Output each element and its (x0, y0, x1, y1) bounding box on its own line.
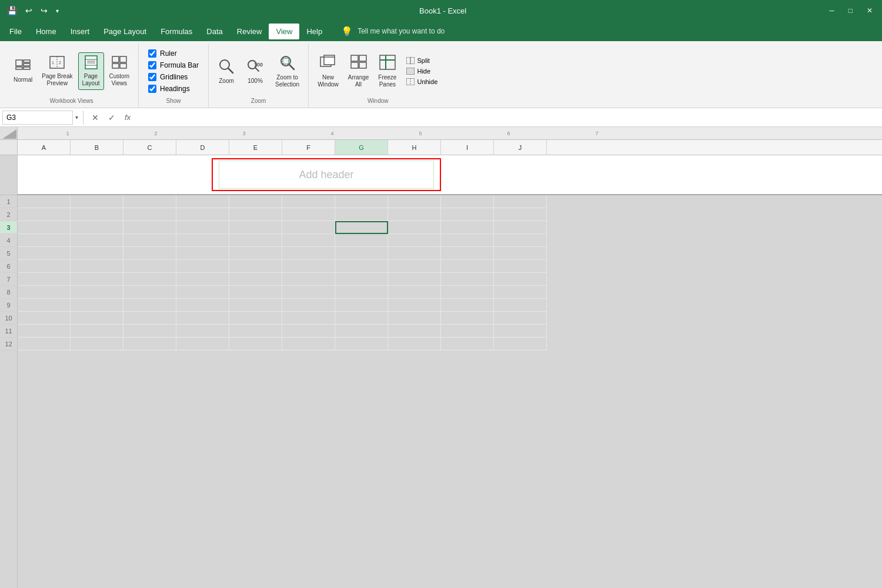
redo-icon[interactable]: ↪ (38, 5, 50, 16)
cell-c5[interactable] (123, 247, 176, 260)
cell-b12[interactable] (71, 338, 123, 350)
cell-h3[interactable] (388, 221, 441, 234)
cell-h4[interactable] (388, 234, 441, 247)
formula-bar-checkbox-label[interactable]: Formula Bar (148, 61, 199, 69)
cell-d11[interactable] (176, 325, 229, 338)
custom-views-button[interactable]: CustomViews (105, 52, 133, 90)
cell-f10[interactable] (282, 312, 335, 325)
minimize-button[interactable]: ─ (824, 6, 839, 15)
cell-h10[interactable] (388, 312, 441, 325)
close-button[interactable]: ✕ (862, 6, 877, 15)
cell-c7[interactable] (123, 273, 176, 286)
insert-function-button[interactable]: fx (121, 112, 134, 123)
cell-c8[interactable] (123, 286, 176, 299)
cell-e10[interactable] (229, 312, 282, 325)
cell-d10[interactable] (176, 312, 229, 325)
cell-j10[interactable] (494, 312, 547, 325)
cell-g11[interactable] (335, 325, 388, 338)
cell-e3[interactable] (229, 221, 282, 234)
cell-c1[interactable] (123, 195, 176, 208)
cell-d1[interactable] (176, 195, 229, 208)
cell-j4[interactable] (494, 234, 547, 247)
menu-review[interactable]: Review (230, 24, 269, 39)
cell-i1[interactable] (441, 195, 494, 208)
arrange-all-button[interactable]: ArrangeAll (344, 51, 373, 91)
cell-f5[interactable] (282, 247, 335, 260)
header-left[interactable] (18, 155, 212, 194)
freeze-panes-button[interactable]: FreezePanes (374, 51, 400, 91)
cell-b3[interactable] (71, 221, 123, 234)
cell-h8[interactable] (388, 286, 441, 299)
cell-g10[interactable] (335, 312, 388, 325)
unhide-button[interactable]: Unhide (404, 77, 440, 86)
gridlines-checkbox-label[interactable]: Gridlines (148, 73, 199, 81)
cell-f9[interactable] (282, 299, 335, 312)
cell-e5[interactable] (229, 247, 282, 260)
row-num-7[interactable]: 7 (0, 273, 17, 286)
cell-h1[interactable] (388, 195, 441, 208)
normal-view-button[interactable]: Normal (9, 56, 36, 86)
cell-d9[interactable] (176, 299, 229, 312)
cell-e11[interactable] (229, 325, 282, 338)
cell-f12[interactable] (282, 338, 335, 350)
cell-e7[interactable] (229, 273, 282, 286)
cell-a2[interactable] (18, 208, 71, 221)
cell-c3[interactable] (123, 221, 176, 234)
cell-i12[interactable] (441, 338, 494, 350)
zoom-button[interactable]: Zoom (213, 55, 239, 88)
col-header-b[interactable]: B (71, 140, 123, 155)
col-header-i[interactable]: I (441, 140, 494, 155)
row-num-1[interactable]: 1 (0, 195, 17, 208)
menu-page-layout[interactable]: Page Layout (96, 24, 153, 39)
cell-f2[interactable] (282, 208, 335, 221)
row-num-10[interactable]: 10 (0, 312, 17, 325)
cell-b9[interactable] (71, 299, 123, 312)
col-header-j[interactable]: J (494, 140, 547, 155)
cell-b6[interactable] (71, 260, 123, 273)
cell-j12[interactable] (494, 338, 547, 350)
cell-a12[interactable] (18, 338, 71, 350)
save-icon[interactable]: 💾 (5, 5, 19, 16)
cell-c2[interactable] (123, 208, 176, 221)
ruler-checkbox[interactable] (148, 49, 156, 58)
row-num-3[interactable]: 3 (0, 221, 17, 234)
page-layout-button[interactable]: PageLayout (78, 52, 104, 90)
cell-e2[interactable] (229, 208, 282, 221)
cell-j7[interactable] (494, 273, 547, 286)
cell-h6[interactable] (388, 260, 441, 273)
cell-i10[interactable] (441, 312, 494, 325)
col-header-e[interactable]: E (229, 140, 282, 155)
menu-file[interactable]: File (2, 24, 29, 39)
cell-d12[interactable] (176, 338, 229, 350)
hide-button[interactable]: Hide (404, 66, 440, 76)
cell-j9[interactable] (494, 299, 547, 312)
cell-g5[interactable] (335, 247, 388, 260)
cell-d3[interactable] (176, 221, 229, 234)
cell-a10[interactable] (18, 312, 71, 325)
cell-i5[interactable] (441, 247, 494, 260)
headings-checkbox[interactable] (148, 85, 156, 93)
row-num-5[interactable]: 5 (0, 247, 17, 260)
cell-b7[interactable] (71, 273, 123, 286)
col-header-h[interactable]: H (388, 140, 441, 155)
search-box[interactable]: Tell me what you want to do (358, 27, 445, 35)
cell-j5[interactable] (494, 247, 547, 260)
cell-g1[interactable] (335, 195, 388, 208)
page-break-preview-button[interactable]: 1 2 Page BreakPreview (38, 52, 76, 90)
cell-f1[interactable] (282, 195, 335, 208)
cell-c9[interactable] (123, 299, 176, 312)
cell-h5[interactable] (388, 247, 441, 260)
cell-d2[interactable] (176, 208, 229, 221)
header-right[interactable] (806, 155, 882, 194)
cell-b1[interactable] (71, 195, 123, 208)
menu-formulas[interactable]: Formulas (153, 24, 199, 39)
cell-h2[interactable] (388, 208, 441, 221)
cell-a6[interactable] (18, 260, 71, 273)
cell-g12[interactable] (335, 338, 388, 350)
cell-i7[interactable] (441, 273, 494, 286)
menu-view[interactable]: View (269, 24, 299, 39)
gridlines-checkbox[interactable] (148, 73, 156, 81)
cell-a5[interactable] (18, 247, 71, 260)
cell-g6[interactable] (335, 260, 388, 273)
cell-e1[interactable] (229, 195, 282, 208)
